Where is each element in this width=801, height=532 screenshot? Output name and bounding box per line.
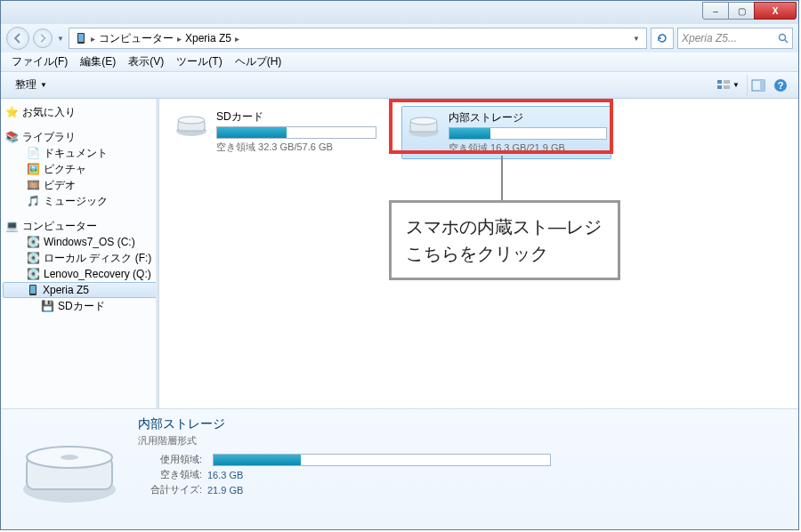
- videos-icon: 🎞️: [26, 178, 40, 192]
- toolbar: 整理 ▼ ▼ ?: [1, 72, 798, 99]
- drive-icon: 💽: [26, 251, 40, 265]
- tree-label: ライブラリ: [22, 130, 76, 145]
- address-bar[interactable]: ▸ コンピューター ▸ Xperia Z5 ▸ ▼: [69, 28, 647, 49]
- tree-music[interactable]: 🎵ミュージック: [1, 193, 159, 209]
- tree-sdcard[interactable]: 💾SDカード: [1, 298, 159, 314]
- annotation-connector: [501, 156, 503, 200]
- breadcrumb-current[interactable]: Xperia Z5: [185, 32, 231, 44]
- forward-button[interactable]: [33, 28, 53, 48]
- annotation-callout: スマホの内蔵スト―レジ こちらをクリック: [389, 200, 620, 280]
- computer-icon: 💻: [4, 219, 19, 233]
- tree-libraries[interactable]: 📚ライブラリ: [1, 129, 159, 145]
- svg-rect-11: [760, 80, 765, 91]
- window-controls: – ▢ X: [703, 2, 797, 20]
- menu-help[interactable]: ヘルプ(H): [230, 52, 287, 71]
- tree-documents[interactable]: 📄ドキュメント: [1, 145, 159, 161]
- body-area: ⭐お気に入り 📚ライブラリ 📄ドキュメント 🖼️ピクチャ 🎞️ビデオ 🎵ミュージ…: [1, 99, 798, 408]
- tree-local-disk[interactable]: 💽ローカル ディスク (F:): [1, 250, 159, 266]
- svg-rect-5: [717, 85, 722, 89]
- breadcrumb-computer[interactable]: コンピューター: [99, 31, 174, 46]
- svg-rect-1: [78, 34, 84, 42]
- svg-rect-4: [717, 80, 722, 84]
- sd-icon: 💾: [40, 299, 54, 313]
- organize-label: 整理: [15, 77, 36, 93]
- organize-button[interactable]: 整理 ▼: [6, 75, 56, 95]
- chevron-down-icon: ▼: [40, 81, 47, 89]
- annotation-highlight-box: [389, 99, 613, 154]
- documents-icon: 📄: [26, 146, 40, 160]
- chevron-right-icon: ▸: [177, 34, 182, 44]
- tree-lenovo-recovery[interactable]: 💽Lenovo_Recovery (Q:): [1, 266, 159, 282]
- tree-pictures[interactable]: 🖼️ピクチャ: [1, 161, 159, 177]
- phone-icon: [27, 284, 39, 296]
- title-bar: – ▢ X: [1, 1, 798, 24]
- view-options-button[interactable]: ▼: [713, 78, 743, 93]
- help-button[interactable]: ?: [770, 75, 791, 96]
- help-icon: ?: [773, 78, 788, 93]
- drive-hd-icon: [174, 109, 209, 138]
- menu-file[interactable]: ファイル(F): [6, 52, 73, 71]
- favorites-icon: ⭐: [4, 105, 19, 119]
- free-space-label: 空き領域:: [138, 468, 202, 481]
- svg-point-25: [61, 455, 78, 460]
- tree-favorites[interactable]: ⭐お気に入り: [1, 104, 159, 120]
- total-size-label: 合計サイズ:: [138, 483, 202, 496]
- tree-label: SDカード: [58, 299, 105, 314]
- details-info: 内部ストレージ 汎用階層形式 使用領域: 空き領域: 16.3 GB 合計サイズ…: [138, 416, 788, 498]
- details-type: 汎用階層形式: [138, 434, 788, 447]
- used-space-label: 使用領域:: [138, 453, 202, 466]
- breadcrumb-root[interactable]: ▸ コンピューター ▸ Xperia Z5 ▸: [71, 28, 243, 48]
- tree-computer[interactable]: 💻コンピューター: [1, 218, 159, 234]
- forward-arrow-icon: [38, 34, 47, 43]
- back-arrow-icon: [12, 33, 23, 44]
- details-pane: 内部ストレージ 汎用階層形式 使用領域: 空き領域: 16.3 GB 合計サイズ…: [1, 408, 798, 529]
- svg-text:?: ?: [778, 80, 784, 91]
- tree-label: Lenovo_Recovery (Q:): [44, 268, 151, 280]
- tree-label: Windows7_OS (C:): [44, 236, 135, 248]
- music-icon: 🎵: [26, 194, 40, 208]
- menu-view[interactable]: 表示(V): [123, 52, 169, 71]
- nav-row: ▼ ▸ コンピューター ▸ Xperia Z5 ▸ ▼ Xperia Z5...: [1, 24, 798, 52]
- tree-label: ドキュメント: [44, 146, 108, 161]
- tree-videos[interactable]: 🎞️ビデオ: [1, 177, 159, 193]
- menu-bar: ファイル(F) 編集(E) 表示(V) ツール(T) ヘルプ(H): [1, 52, 798, 72]
- maximize-button[interactable]: ▢: [728, 2, 755, 20]
- svg-point-2: [780, 35, 786, 41]
- tree-xperia-z5[interactable]: Xperia Z5: [3, 282, 158, 298]
- tree-label: ローカル ディスク (F:): [44, 251, 151, 266]
- address-dropdown[interactable]: ▼: [628, 35, 644, 43]
- drive-sd-card[interactable]: SDカード 空き領域 32.3 GB/57.6 GB: [170, 106, 380, 159]
- search-placeholder: Xperia Z5...: [682, 32, 737, 44]
- tree-win7[interactable]: 💽Windows7_OS (C:): [1, 234, 159, 250]
- close-button[interactable]: X: [754, 2, 797, 20]
- menu-tools[interactable]: ツール(T): [171, 52, 227, 71]
- refresh-button[interactable]: [651, 28, 674, 49]
- minimize-button[interactable]: –: [702, 2, 729, 20]
- search-input[interactable]: Xperia Z5...: [677, 28, 793, 49]
- svg-line-3: [785, 40, 788, 43]
- tree-label: お気に入り: [22, 105, 76, 120]
- tree-label: Xperia Z5: [43, 284, 89, 296]
- chevron-right-icon: ▸: [235, 34, 239, 44]
- chevron-right-icon: ▸: [91, 34, 95, 44]
- device-icon: [75, 32, 87, 44]
- callout-text-2: こちらをクリック: [406, 240, 603, 267]
- content-pane: SDカード 空き領域 32.3 GB/57.6 GB 内部ストレージ 空き領域 …: [159, 99, 798, 408]
- menu-edit[interactable]: 編集(E): [75, 52, 121, 71]
- explorer-window: – ▢ X ▼ ▸ コンピューター ▸ Xperia Z5 ▸ ▼: [0, 0, 799, 530]
- refresh-icon: [656, 32, 668, 44]
- svg-point-18: [178, 117, 205, 124]
- tree-label: ミュージック: [44, 194, 108, 209]
- pictures-icon: 🖼️: [26, 162, 40, 176]
- free-space-value: 16.3 GB: [207, 470, 243, 480]
- drive-free-text: 空き領域 32.3 GB/57.6 GB: [216, 141, 376, 154]
- drive-name: SDカード: [216, 109, 376, 125]
- back-button[interactable]: [6, 27, 29, 50]
- preview-pane-button[interactable]: [747, 75, 768, 96]
- capacity-bar: [216, 126, 376, 139]
- nav-history-dropdown[interactable]: ▼: [56, 27, 65, 50]
- preview-pane-icon: [751, 78, 765, 93]
- search-icon: [778, 33, 789, 44]
- tree-label: ピクチャ: [44, 162, 86, 177]
- chevron-down-icon: ▼: [732, 81, 740, 89]
